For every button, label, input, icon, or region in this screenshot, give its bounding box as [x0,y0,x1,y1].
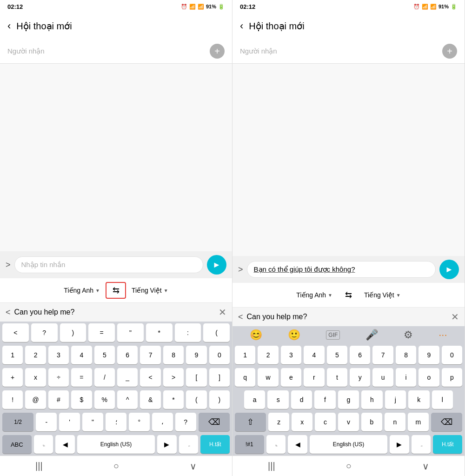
key-x[interactable]: x [25,368,46,387]
sticker-icon[interactable]: 🙂 [288,329,300,341]
key-char1-r[interactable]: ۃ [266,435,286,454]
nav-home-right[interactable]: ○ [346,461,352,471]
nav-back-right[interactable]: ∨ [422,461,429,472]
input-clear-right[interactable]: ✕ [451,311,459,322]
key-lp[interactable]: ( [203,323,230,342]
key-1r[interactable]: 1 [235,346,255,364]
key-semi[interactable]: ؛ [106,413,126,431]
emoji-icon[interactable]: 😊 [250,329,262,341]
key-ast[interactable]: * [146,323,173,342]
key-z[interactable]: z [268,413,289,431]
key-hthat-left[interactable]: H.tất [200,435,230,454]
key-2[interactable]: 2 [25,346,46,364]
nav-back-left[interactable]: ∨ [190,461,197,472]
key-hthat-right[interactable]: H.tất [433,435,462,454]
input-back-right[interactable]: < [238,312,243,322]
key-c[interactable]: c [315,413,336,431]
key-dash[interactable]: - [36,413,57,431]
recipient-placeholder-right[interactable]: Người nhận [240,47,277,55]
key-char2-l[interactable]: ہ [179,435,199,454]
nav-menu-right[interactable]: ||| [268,461,275,471]
key-eq2[interactable]: = [71,368,92,387]
key-3r[interactable]: 3 [281,346,301,364]
key-y[interactable]: y [350,368,370,387]
key-u[interactable]: u [372,368,393,387]
key-a[interactable]: a [244,390,265,409]
key-w[interactable]: w [258,368,278,387]
key-f[interactable]: f [314,390,335,409]
swap-button-right[interactable]: ⇆ [338,287,359,303]
key-at[interactable]: @ [25,390,46,409]
key-v[interactable]: v [338,413,359,431]
lang-left-selector[interactable]: Tiếng Anh ▼ [64,287,100,294]
settings-icon[interactable]: ⚙ [404,329,413,341]
expand-button-left[interactable]: > [6,260,11,270]
key-space-right[interactable]: English (US) [310,435,387,454]
key-shift[interactable]: ⇧ [235,413,266,431]
key-m[interactable]: m [408,413,429,431]
input-clear-left[interactable]: ✕ [219,307,226,318]
key-9r[interactable]: 9 [418,346,439,364]
key-6[interactable]: 6 [117,346,138,364]
key-amp[interactable]: & [140,390,160,409]
key-o[interactable]: o [418,368,439,387]
key-space-left[interactable]: English (US) [77,435,155,454]
key-excl[interactable]: ! [2,390,23,409]
key-lbr[interactable]: [ [186,368,206,387]
key-p[interactable]: p [442,368,462,387]
key-char1-l[interactable]: ۃ [34,435,53,454]
send-button-left[interactable]: ► [207,255,226,275]
key-j[interactable]: j [385,390,406,409]
nav-menu-left[interactable]: ||| [35,461,43,471]
key-n[interactable]: n [385,413,405,431]
key-4r[interactable]: 4 [304,346,324,364]
key-next-r[interactable]: ▶ [390,435,409,454]
key-q[interactable]: q [235,368,255,387]
key-8r[interactable]: 8 [396,346,416,364]
key-q[interactable]: ? [31,323,58,342]
add-recipient-button-right[interactable]: + [442,44,457,59]
key-col[interactable]: : [175,323,201,342]
key-e[interactable]: e [281,368,301,387]
key-next-l[interactable]: ▶ [157,435,177,454]
mic-icon[interactable]: 🎤 [365,329,378,341]
key-slash[interactable]: / [94,368,115,387]
key-deg[interactable]: ° [129,413,150,431]
key-lpar[interactable]: ( [186,390,206,409]
key-5[interactable]: 5 [94,346,115,364]
key-rbr[interactable]: ] [209,368,230,387]
key-5r[interactable]: 5 [327,346,347,364]
key-underscore[interactable]: _ [117,368,138,387]
key-s[interactable]: s [267,390,288,409]
key-r[interactable]: r [304,368,324,387]
key-h[interactable]: h [361,390,382,409]
recipient-placeholder-left[interactable]: Người nhận [7,47,45,55]
key-prev-l[interactable]: ◀ [55,435,75,454]
key-dquote[interactable]: " [82,413,103,431]
gif-icon[interactable]: GIF [326,330,340,340]
key-k[interactable]: k [408,390,429,409]
key-hash[interactable]: # [48,390,69,409]
key-b[interactable]: b [361,413,382,431]
key-plus[interactable]: + [2,368,23,387]
key-7[interactable]: 7 [140,346,160,364]
key-rp[interactable]: ) [60,323,86,342]
swap-button-left[interactable]: ⇆ [106,282,126,299]
key-ast2[interactable]: * [163,390,184,409]
key-char2-r[interactable]: ہ [412,435,431,454]
key-abc[interactable]: ABC [2,435,32,454]
key-div[interactable]: ÷ [48,368,69,387]
more-icon[interactable]: ··· [438,329,447,341]
input-field-right[interactable]: Can you help me? [247,313,447,321]
key-0r[interactable]: 0 [442,346,462,364]
lang-left-selector-right[interactable]: Tiếng Anh ▼ [296,291,332,299]
message-input-left[interactable]: Nhập tin nhắn [14,256,203,273]
key-qmark[interactable]: ? [175,413,196,431]
key-gt[interactable]: > [163,368,184,387]
key-backspace-left[interactable]: ⌫ [199,413,230,431]
key-12[interactable]: 1/2 [2,413,33,431]
key-eq[interactable]: = [88,323,115,342]
key-dollar[interactable]: $ [71,390,92,409]
key-6r[interactable]: 6 [350,346,370,364]
key-0[interactable]: 0 [209,346,230,364]
